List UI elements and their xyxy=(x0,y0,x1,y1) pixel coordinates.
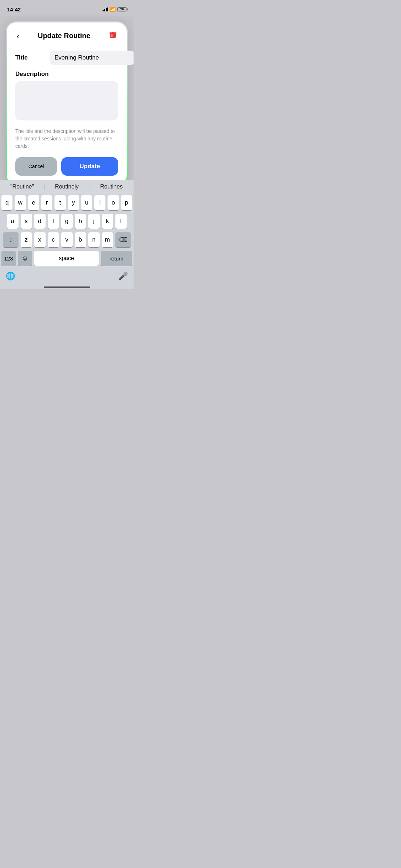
bottom-bar: 🌐 🎤 xyxy=(0,270,134,284)
status-bar: 14:42 📶 29 xyxy=(0,0,134,16)
home-indicator xyxy=(0,284,134,289)
key-p[interactable]: p xyxy=(121,195,132,210)
helper-text: The title and the description will be pa… xyxy=(15,128,118,150)
update-button[interactable]: Update xyxy=(61,157,118,176)
return-key[interactable]: return xyxy=(101,251,132,266)
autocomplete-word-1[interactable]: "Routine" xyxy=(0,184,45,190)
key-d[interactable]: d xyxy=(34,214,46,229)
key-u[interactable]: u xyxy=(81,195,92,210)
modal-header: ‹ Update Routine xyxy=(15,30,118,42)
key-x[interactable]: x xyxy=(34,232,46,247)
wifi-icon: 📶 xyxy=(110,7,116,12)
numbers-key[interactable]: 123 xyxy=(1,251,16,266)
description-section: Description xyxy=(15,71,118,122)
key-row-2: a s d f g h j k l xyxy=(1,214,132,229)
autocomplete-word-2[interactable]: Routinely xyxy=(45,184,89,190)
description-label: Description xyxy=(15,71,118,78)
microphone-icon[interactable]: 🎤 xyxy=(118,272,128,281)
key-g[interactable]: g xyxy=(61,214,73,229)
key-o[interactable]: o xyxy=(108,195,119,210)
key-q[interactable]: q xyxy=(1,195,12,210)
cancel-button[interactable]: Cancel xyxy=(15,157,57,176)
delete-button[interactable] xyxy=(108,30,118,42)
key-v[interactable]: v xyxy=(61,232,73,247)
title-label: Title xyxy=(15,54,44,61)
key-n[interactable]: n xyxy=(88,232,100,247)
key-k[interactable]: k xyxy=(102,214,113,229)
key-row-4: 123 ☺ space return xyxy=(1,251,132,266)
key-h[interactable]: h xyxy=(75,214,86,229)
key-e[interactable]: e xyxy=(28,195,39,210)
title-input[interactable] xyxy=(50,51,134,65)
key-y[interactable]: y xyxy=(68,195,79,210)
button-row: Cancel Update xyxy=(15,157,118,176)
status-time: 14:42 xyxy=(7,6,21,12)
key-t[interactable]: t xyxy=(54,195,66,210)
key-l[interactable]: l xyxy=(115,214,127,229)
key-row-3: ⇧ z x c v b n m ⌫ xyxy=(1,232,132,247)
modal-wrapper: ‹ Update Routine Title xyxy=(6,21,128,185)
description-input[interactable] xyxy=(15,81,118,120)
key-a[interactable]: a xyxy=(7,214,19,229)
autocomplete-word-3[interactable]: Routines xyxy=(89,184,134,190)
delete-key[interactable]: ⌫ xyxy=(115,232,131,247)
key-f[interactable]: f xyxy=(48,214,59,229)
modal-card: ‹ Update Routine Title xyxy=(7,22,127,184)
globe-icon[interactable]: 🌐 xyxy=(6,272,15,281)
home-bar xyxy=(44,286,90,288)
shift-key[interactable]: ⇧ xyxy=(3,232,19,247)
key-z[interactable]: z xyxy=(21,232,32,247)
key-b[interactable]: b xyxy=(75,232,86,247)
trash-icon xyxy=(109,31,117,39)
modal-title: Update Routine xyxy=(38,32,90,40)
battery-icon: 29 xyxy=(118,7,126,11)
key-r[interactable]: r xyxy=(41,195,52,210)
keyboard-rows: q w e r t y u i o p a s d f g h j k l ⇧ … xyxy=(0,193,134,270)
key-j[interactable]: j xyxy=(88,214,100,229)
svg-rect-2 xyxy=(112,32,114,33)
space-key[interactable]: space xyxy=(34,251,99,266)
signal-icon xyxy=(103,7,109,11)
keyboard: "Routine" Routinely Routines q w e r t y… xyxy=(0,180,134,289)
key-s[interactable]: s xyxy=(21,214,32,229)
key-c[interactable]: c xyxy=(48,232,59,247)
autocomplete-bar: "Routine" Routinely Routines xyxy=(0,180,134,193)
title-row: Title xyxy=(15,51,118,65)
status-icons: 📶 29 xyxy=(103,7,127,12)
key-w[interactable]: w xyxy=(15,195,26,210)
key-row-1: q w e r t y u i o p xyxy=(1,195,132,210)
key-m[interactable]: m xyxy=(102,232,113,247)
back-button[interactable]: ‹ xyxy=(15,31,21,41)
key-i[interactable]: i xyxy=(94,195,105,210)
emoji-key[interactable]: ☺ xyxy=(18,251,32,266)
